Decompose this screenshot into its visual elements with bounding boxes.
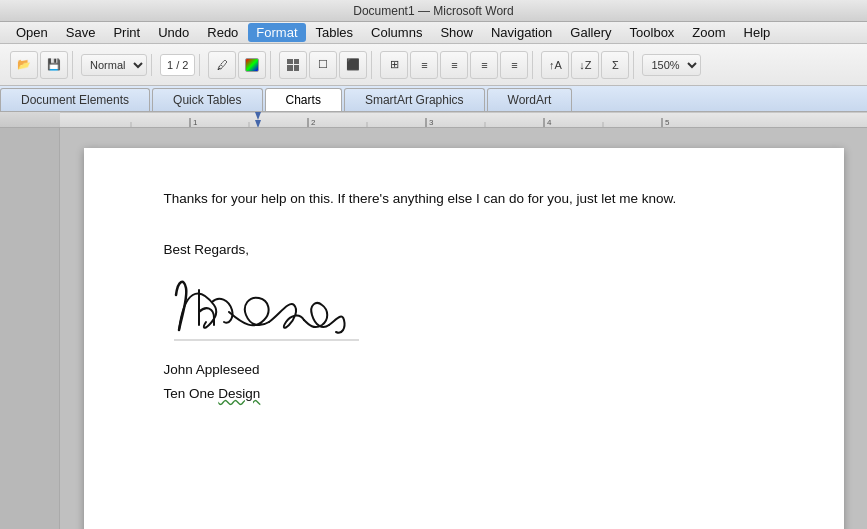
sort-desc-btn[interactable]: ↓Z bbox=[571, 51, 599, 79]
toolbar-group-table: ☐ ⬛ bbox=[275, 51, 372, 79]
grid-btn[interactable]: ⊞ bbox=[380, 51, 408, 79]
page-content: Thanks for your help on this. If there's… bbox=[164, 188, 764, 405]
menu-open[interactable]: Open bbox=[8, 23, 56, 42]
toolbar-save-btn[interactable]: 💾 bbox=[40, 51, 68, 79]
ruler: 1 2 3 4 5 bbox=[0, 112, 867, 128]
color-fill-btn[interactable]: ⬛ bbox=[339, 51, 367, 79]
svg-text:5: 5 bbox=[665, 118, 670, 127]
align-left-btn[interactable]: ≡ bbox=[410, 51, 438, 79]
page: Thanks for your help on this. If there's… bbox=[84, 148, 844, 529]
align-center-btn[interactable]: ≡ bbox=[440, 51, 468, 79]
menu-redo[interactable]: Redo bbox=[199, 23, 246, 42]
menu-undo[interactable]: Undo bbox=[150, 23, 197, 42]
company-highlight: Design bbox=[218, 386, 260, 401]
svg-text:1: 1 bbox=[193, 118, 198, 127]
toolbar-group-layout: ⊞ ≡ ≡ ≡ ≡ bbox=[376, 51, 533, 79]
company-name: Ten One Design bbox=[164, 384, 764, 404]
color-picker-btn[interactable] bbox=[238, 51, 266, 79]
page-indicator: 1 / 2 bbox=[160, 54, 195, 76]
style-dropdown[interactable]: Normal bbox=[81, 54, 147, 76]
align-right-btn[interactable]: ≡ bbox=[470, 51, 498, 79]
toolbar: 📂 💾 Normal 1 / 2 🖊 ☐ ⬛ ⊞ ≡ ≡ ≡ ≡ ↑A ↓Z bbox=[0, 44, 867, 86]
tab-charts[interactable]: Charts bbox=[265, 88, 342, 111]
title-text: Document1 — Microsoft Word bbox=[353, 4, 514, 18]
toolbar-group-zoom: 150% bbox=[638, 54, 705, 76]
zoom-dropdown[interactable]: 150% bbox=[642, 54, 701, 76]
border-btn[interactable]: ☐ bbox=[309, 51, 337, 79]
menu-columns[interactable]: Columns bbox=[363, 23, 430, 42]
toolbar-group-color: 🖊 bbox=[204, 51, 271, 79]
svg-marker-16 bbox=[255, 112, 261, 120]
svg-text:3: 3 bbox=[429, 118, 434, 127]
highlight-btn[interactable]: 🖊 bbox=[208, 51, 236, 79]
signature-svg bbox=[164, 270, 374, 350]
left-sidebar bbox=[0, 128, 60, 529]
svg-marker-17 bbox=[255, 120, 261, 128]
titlebar: Document1 — Microsoft Word bbox=[0, 0, 867, 22]
printed-name: John Appleseed bbox=[164, 360, 764, 380]
menu-zoom[interactable]: Zoom bbox=[684, 23, 733, 42]
menu-print[interactable]: Print bbox=[105, 23, 148, 42]
greeting-text: Best Regards, bbox=[164, 240, 764, 260]
menu-help[interactable]: Help bbox=[736, 23, 779, 42]
menu-toolbox[interactable]: Toolbox bbox=[622, 23, 683, 42]
table-btn[interactable] bbox=[279, 51, 307, 79]
menu-format[interactable]: Format bbox=[248, 23, 305, 42]
toolbar-open-btn[interactable]: 📂 bbox=[10, 51, 38, 79]
tab-quick-tables[interactable]: Quick Tables bbox=[152, 88, 262, 111]
toolbar-group-style: Normal bbox=[77, 54, 152, 76]
menu-gallery[interactable]: Gallery bbox=[562, 23, 619, 42]
toolbar-group-page: 1 / 2 bbox=[156, 54, 200, 76]
svg-text:4: 4 bbox=[547, 118, 552, 127]
sum-btn[interactable]: Σ bbox=[601, 51, 629, 79]
main-area: Thanks for your help on this. If there's… bbox=[0, 128, 867, 529]
company-label: Ten One bbox=[164, 386, 219, 401]
doc-area[interactable]: Thanks for your help on this. If there's… bbox=[60, 128, 867, 529]
tab-wordart[interactable]: WordArt bbox=[487, 88, 573, 111]
tab-document-elements[interactable]: Document Elements bbox=[0, 88, 150, 111]
toolbar-group-sort: ↑A ↓Z Σ bbox=[537, 51, 634, 79]
ribbon: Document Elements Quick Tables Charts Sm… bbox=[0, 86, 867, 112]
ruler-inner: 1 2 3 4 5 bbox=[60, 112, 867, 127]
signature-area bbox=[164, 270, 764, 356]
toolbar-group-actions: 📂 💾 bbox=[6, 51, 73, 79]
menu-show[interactable]: Show bbox=[432, 23, 481, 42]
svg-text:2: 2 bbox=[311, 118, 316, 127]
tab-smartart-graphics[interactable]: SmartArt Graphics bbox=[344, 88, 485, 111]
sort-asc-btn[interactable]: ↑A bbox=[541, 51, 569, 79]
menubar: Open Save Print Undo Redo Format Tables … bbox=[0, 22, 867, 44]
body-text: Thanks for your help on this. If there's… bbox=[164, 188, 764, 210]
menu-save[interactable]: Save bbox=[58, 23, 104, 42]
menu-navigation[interactable]: Navigation bbox=[483, 23, 560, 42]
menu-tables[interactable]: Tables bbox=[308, 23, 362, 42]
justify-btn[interactable]: ≡ bbox=[500, 51, 528, 79]
